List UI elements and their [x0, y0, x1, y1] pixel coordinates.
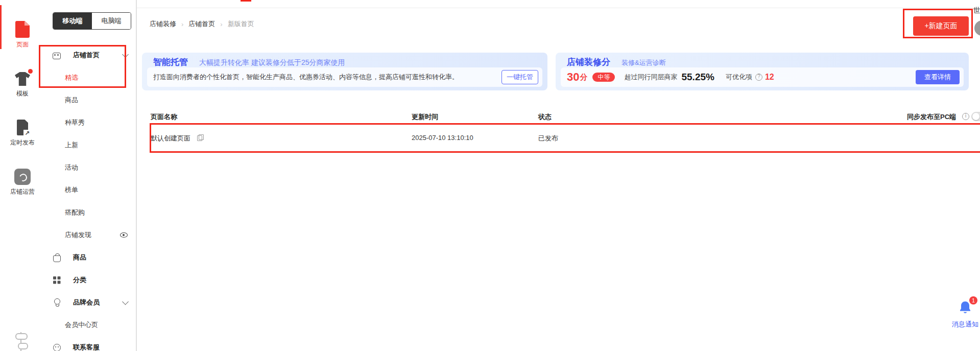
sidebar-menu-item[interactable]: 精选 [45, 66, 137, 89]
sidebar-menu-item[interactable]: 种草秀 [45, 111, 137, 134]
message-notification-widget[interactable]: 1 消息通知 [949, 299, 980, 329]
eye[interactable] [120, 232, 128, 238]
breadcrumb: › 店铺装修 › 店铺首页 › 新版首页 [150, 19, 254, 29]
sidebar-menu-item-label: 联系客服 [73, 343, 100, 351]
sidebar-menu-item[interactable]: 商品 [45, 246, 137, 269]
medal-icon [53, 298, 61, 307]
sidebar-menu-item-label: 种草秀 [65, 118, 85, 127]
shop-operation-icon [14, 168, 31, 186]
sidebar-menu-item-label: 商品 [65, 96, 78, 105]
schedule-publish-icon [14, 119, 31, 137]
compare-label: 超过同行同层商家 [624, 73, 677, 82]
sidebar-menu-item[interactable]: 联系客服 [45, 336, 137, 351]
top-red-marker [241, 0, 251, 2]
sidebar-menu-item[interactable]: 分类 [45, 269, 137, 291]
score-value: 30 [567, 72, 579, 83]
sidebar-divider [136, 0, 137, 351]
column-header-updated: 更新时间 [412, 112, 438, 122]
sidebar-menu-item-label: 搭配购 [65, 208, 85, 217]
rail-item[interactable]: 店铺运营 [10, 168, 35, 196]
sidebar-menu-item-label: 上新 [65, 141, 78, 150]
sidebar-menu-item-label: 分类 [73, 275, 86, 285]
sidebar-menu-item[interactable]: 活动 [45, 156, 137, 179]
smart-hosting-subtitle: 大幅提升转化率 建议装修分低于25分商家使用 [199, 58, 345, 67]
sidebar-menu-item[interactable]: 商品 [45, 89, 137, 111]
sync-to-pc-toggle[interactable] [971, 112, 980, 121]
sidebar-menu-item[interactable]: 店铺发现 [45, 224, 137, 246]
decoration-score-title: 店铺装修分 [567, 56, 610, 68]
sidebar-menu-item[interactable]: 搭配购 [45, 201, 137, 224]
sidebar-menu-item-label: 品牌会员 [73, 298, 100, 307]
column-header-status: 状态 [538, 112, 552, 122]
page-name-cell: 默认创建页面 [151, 134, 190, 143]
sidebar-menu: 店铺首页 精选 商品 [45, 44, 137, 351]
breadcrumb-item[interactable]: 新版首页 [228, 19, 254, 29]
table-row[interactable]: 默认创建页面 2025-07-10 13:10:10 已发布 [137, 123, 980, 153]
headset-icon [53, 343, 61, 351]
breadcrumb-separator: › [181, 20, 183, 28]
device-tab[interactable]: 电脑端 [92, 13, 131, 29]
page-icon [14, 20, 31, 39]
sidebar-menu-item[interactable]: 上新 [45, 134, 137, 156]
sidebar-menu-item[interactable]: 品牌会员 [45, 291, 137, 314]
score-level-badge: 中等 [592, 73, 615, 82]
sidebar-menu-item-label: 商品 [73, 253, 86, 262]
question-circle-icon[interactable] [755, 74, 762, 81]
decoration-score-subtitle: 装修&运营诊断 [622, 58, 666, 67]
decoration-score-body: 30 分 中等 超过同行同层商家 55.25% 可优化项 12 查看详情 [561, 67, 964, 87]
sidebar-menu-item-label: 店铺发现 [65, 230, 91, 240]
smart-hosting-description: 打造面向消费者的个性化首页，智能化生产商品、优惠券活动、内容等信息，提高店铺可逛… [153, 73, 459, 82]
optimize-label: 可优化项 [726, 73, 752, 82]
column-header-page-name: 页面名称 [151, 112, 177, 122]
optimize-count: 12 [765, 73, 774, 82]
rail-item[interactable]: 模板 [14, 69, 31, 98]
sidebar: 移动端 电脑端 店铺首页 精选 [45, 0, 137, 351]
updated-time-cell: 2025-07-10 13:10:10 [412, 134, 473, 142]
rail-item[interactable]: 定时发布 [10, 119, 35, 147]
notification-badge: 1 [969, 296, 977, 305]
breadcrumb-item[interactable]: 店铺首页 [188, 19, 215, 29]
content-top-border [137, 8, 980, 8]
info-circle-icon[interactable] [962, 113, 969, 120]
storefront-icon [53, 53, 61, 59]
rail-item-label: 定时发布 [10, 138, 35, 147]
edge-avatar-circle[interactable] [974, 20, 980, 36]
notification-dot [28, 69, 33, 74]
sidebar-menu-item[interactable]: 榜单 [45, 179, 137, 201]
grid-icon [53, 276, 61, 284]
copy-icon[interactable] [197, 134, 203, 141]
view-details-button[interactable]: 查看详情 [916, 70, 960, 84]
edge-clipped-text: 世 [973, 6, 980, 15]
device-tab-switch: 移动端 电脑端 [53, 12, 131, 30]
sidebar-menu-item[interactable]: 会员中心页 [45, 314, 137, 336]
compare-value: 55.25% [681, 72, 714, 83]
store-decoration-page: 页面 模板 定时发布 店铺运营 [0, 0, 980, 351]
breadcrumb-item[interactable]: 店铺装修 [150, 19, 176, 29]
rail-item-label: 模板 [16, 89, 29, 98]
sidebar-menu-item-label: 店铺首页 [73, 51, 100, 60]
sidebar-menu-item-label: 活动 [65, 163, 78, 172]
chevron-down[interactable] [122, 51, 129, 58]
sidebar-menu-item-label: 会员中心页 [65, 320, 98, 330]
device-tab[interactable]: 移动端 [53, 13, 92, 29]
notification-label: 消息通知 [949, 320, 980, 329]
smart-hosting-title: 智能托管 [153, 56, 188, 68]
smart-hosting-card: 智能托管 大幅提升转化率 建议装修分低于25分商家使用 打造面向消费者的个性化首… [142, 53, 547, 90]
decoration-score-card: 店铺装修分 装修&运营诊断 30 分 中等 超过同行同层商家 55.25% 可优… [556, 53, 969, 90]
bag-icon [53, 253, 61, 262]
smart-hosting-body: 打造面向消费者的个性化首页，智能化生产商品、优惠券活动、内容等信息，提高店铺可逛… [147, 67, 542, 87]
rail-item-label: 页面 [16, 40, 29, 49]
sync-to-pc-label: 同步发布至PC端 [907, 112, 956, 122]
template-icon [14, 69, 31, 88]
new-page-button[interactable]: +新建页面 [913, 16, 969, 36]
sidebar-menu-item-label: 精选 [65, 73, 78, 82]
rail-item-label: 店铺运营 [10, 188, 35, 196]
sitemap-icon[interactable] [14, 332, 28, 351]
status-cell: 已发布 [538, 134, 558, 143]
sidebar-menu-item-label: 榜单 [65, 185, 78, 195]
rail-item[interactable]: 页面 [14, 20, 31, 49]
chevron-down[interactable] [122, 298, 129, 305]
breadcrumb-separator: › [220, 20, 222, 28]
one-click-hosting-button[interactable]: 一键托管 [501, 70, 538, 84]
sidebar-menu-item[interactable]: 店铺首页 [45, 44, 137, 66]
